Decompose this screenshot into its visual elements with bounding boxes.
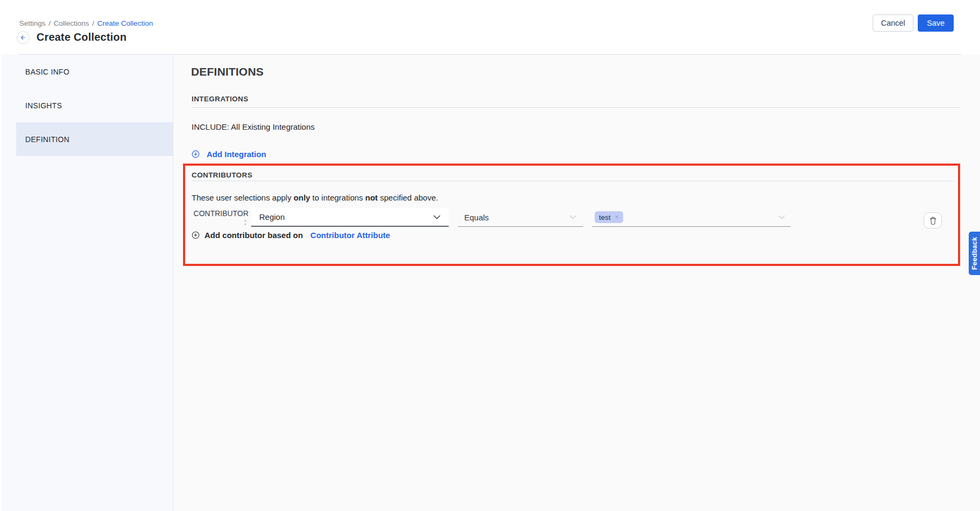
chevron-down-icon [569,215,576,219]
plus-circle-icon [192,231,200,239]
definitions-heading: DEFINITIONS [191,65,264,78]
breadcrumb-separator: / [47,19,53,27]
contributor-attribute-link[interactable]: Contributor Attribute [310,231,390,240]
sidebar-item-basic-info[interactable]: BASIC INFO [16,55,173,88]
create-collection-page: Settings / Collections / Create Collecti… [0,0,980,511]
page-title: Create Collection [36,31,127,43]
chip-label: test [599,213,611,221]
breadcrumb-current: Create Collection [97,19,153,27]
sidebar-item-definition[interactable]: DEFINITION [16,122,173,156]
breadcrumb-separator: / [90,19,96,27]
description-bold-not: not [365,193,378,202]
description-text: specified above. [378,193,438,202]
attribute-select[interactable]: Region [251,208,449,227]
arrow-left-icon [19,34,27,41]
add-integration-button[interactable]: Add Integration [192,150,266,159]
cancel-button[interactable]: Cancel [873,14,913,32]
contributors-description: These user selections apply only to inte… [192,193,438,202]
description-text: These user selections apply [192,193,294,202]
breadcrumb: Settings / Collections / Create Collecti… [19,19,153,27]
save-button[interactable]: Save [918,14,954,32]
operator-select[interactable]: Equals [458,208,583,227]
breadcrumb-collections[interactable]: Collections [54,19,89,27]
x-icon[interactable]: × [615,214,619,221]
feedback-tab[interactable]: Feedback [969,232,980,275]
chevron-down-icon [778,215,785,219]
add-contributor-text: Add contributor based on [204,231,303,240]
feedback-label: Feedback [970,237,978,270]
delete-row-button[interactable] [924,212,942,228]
integrations-divider [192,107,960,108]
selected-value-chip: test × [595,211,623,223]
add-contributor-row: Add contributor based on Contributor Att… [192,231,390,240]
integrations-section-title: INTEGRATIONS [192,95,248,103]
contributor-label-colon: : [244,218,248,226]
trash-icon [930,217,937,225]
operator-select-value: Equals [464,213,489,222]
back-button[interactable] [17,31,30,44]
contributor-row-label: CONTRIBUTOR : [192,209,248,226]
plus-circle-icon [192,150,200,158]
contributor-label-text: CONTRIBUTOR [194,209,248,218]
breadcrumb-settings[interactable]: Settings [19,19,46,27]
contributors-divider [192,181,954,181]
chevron-down-icon [433,215,441,219]
attribute-select-value: Region [259,212,285,221]
values-multiselect[interactable]: test × [592,208,791,227]
include-integrations-text: INCLUDE: All Existing Integrations [192,122,315,131]
description-bold-only: only [294,193,310,202]
sidebar-item-insights[interactable]: INSIGHTS [16,88,173,122]
description-text: to integrations [310,193,365,202]
add-integration-label: Add Integration [207,150,266,159]
contributors-section-title: CONTRIBUTORS [192,171,252,179]
sidebar: BASIC INFO INSIGHTS DEFINITION [2,55,173,511]
